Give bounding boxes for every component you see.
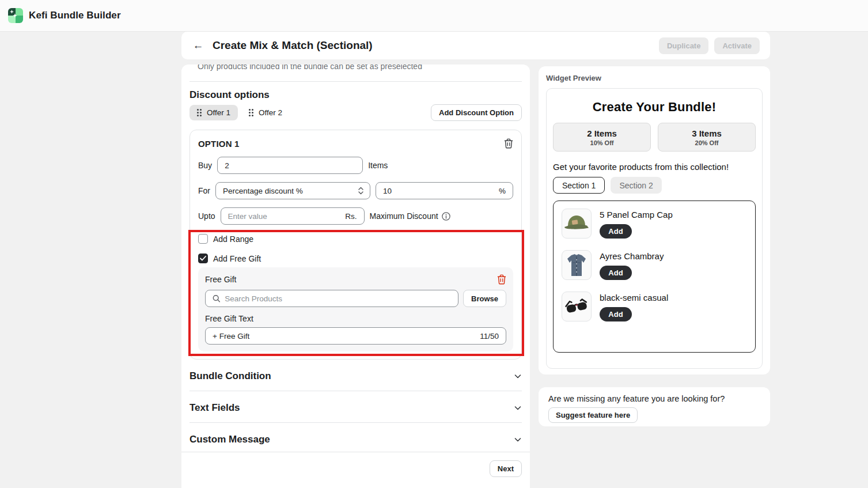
chevron-down-icon (514, 436, 522, 444)
suggest-feature-button[interactable]: Suggest feature here (548, 407, 638, 423)
tier-button-2-items[interactable]: 2 Items 10% Off (553, 123, 651, 152)
upto-value-field[interactable]: Rs. (221, 207, 365, 225)
page-header: ← Create Mix & Match (Sectional) Duplica… (181, 32, 770, 59)
top-bar: Kefi Bundle Builder (0, 0, 868, 32)
buy-label: Buy (198, 161, 212, 170)
product-row: Ayres Chambray Add (562, 250, 747, 280)
add-free-gift-label: Add Free Gift (213, 254, 261, 263)
product-image-sunglasses (562, 292, 592, 321)
divider (189, 391, 522, 391)
feature-suggestion-box: Are we missing any feature you are looki… (539, 387, 770, 426)
duplicate-button[interactable]: Duplicate (659, 37, 709, 54)
add-range-label: Add Range (213, 234, 253, 244)
product-image-shirt (562, 250, 592, 280)
percent-suffix: % (499, 187, 506, 195)
divider (181, 452, 530, 452)
bundle-condition-accordion[interactable]: Bundle Condition (189, 369, 522, 384)
add-product-button[interactable]: Add (600, 307, 632, 321)
browse-button[interactable]: Browse (463, 290, 506, 307)
product-name: 5 Panel Camp Cap (600, 210, 673, 220)
free-gift-search-field[interactable] (205, 290, 458, 307)
offer-tab-label: Offer 2 (259, 108, 282, 117)
option-title: OPTION 1 (198, 139, 240, 149)
next-button[interactable]: Next (490, 460, 522, 477)
option-1-card: OPTION 1 Buy Items For Percentage discou… (189, 130, 522, 360)
discount-value-input[interactable] (383, 187, 499, 195)
drag-handle-icon[interactable] (249, 109, 253, 116)
chevron-down-icon (514, 404, 522, 412)
free-gift-search-input[interactable] (225, 294, 451, 303)
char-counter: 11/50 (480, 332, 499, 341)
offer-tab-1[interactable]: Offer 1 (189, 105, 238, 120)
offer-tab-label: Offer 1 (207, 108, 230, 117)
free-gift-text-input[interactable] (213, 332, 480, 341)
product-name: Ayres Chambray (600, 251, 664, 261)
add-free-gift-checkbox-row[interactable]: Add Free Gift (198, 254, 513, 263)
checkmark-icon (200, 256, 206, 261)
add-discount-option-button[interactable]: Add Discount Option (431, 104, 522, 121)
page-title: Create Mix & Match (Sectional) (213, 39, 651, 52)
discount-options-heading: Discount options (189, 89, 522, 101)
buy-quantity-field[interactable] (217, 157, 363, 174)
tier-button-3-items[interactable]: 3 Items 20% Off (658, 123, 756, 152)
back-arrow-icon[interactable]: ← (192, 39, 204, 52)
discount-type-value: Percentage discount % (223, 187, 358, 195)
preselected-note: Only products included in the bundle can… (189, 65, 522, 71)
for-label: For (198, 186, 210, 195)
add-free-gift-checkbox[interactable] (198, 254, 208, 263)
chevron-down-icon (514, 372, 522, 380)
feature-question: Are we missing any feature you are looki… (548, 394, 760, 403)
free-gift-text-label: Free Gift Text (205, 314, 506, 323)
product-row: black-semi casual Add (562, 292, 747, 321)
delete-option-icon[interactable] (504, 138, 513, 149)
widget-preview-card: Create Your Bundle! 2 Items 10% Off 3 It… (546, 88, 763, 369)
section-1-tab[interactable]: Section 1 (553, 177, 605, 194)
upto-label: Upto (198, 211, 215, 221)
widget-preview-label: Widget Preview (546, 74, 763, 82)
maximum-discount-label: Maximum Discount (370, 211, 438, 221)
currency-suffix: Rs. (345, 212, 357, 221)
offer-tabs-row: Offer 1 Offer 2 Add Discount Option (189, 104, 522, 121)
product-row: 5 Panel Camp Cap Add (562, 209, 747, 239)
discount-value-field[interactable]: % (376, 182, 513, 199)
bundle-title: Create Your Bundle! (553, 100, 756, 115)
product-name: black-semi casual (600, 293, 668, 302)
product-image-cap (562, 209, 592, 239)
products-list-card: 5 Panel Camp Cap Add Ayres Chambray (553, 201, 756, 353)
add-range-checkbox[interactable] (198, 234, 208, 244)
items-label: Items (368, 161, 388, 170)
free-gift-label: Free Gift (205, 275, 236, 284)
custom-message-accordion[interactable]: Custom Message (189, 432, 522, 447)
add-product-button[interactable]: Add (600, 266, 632, 280)
upto-value-input[interactable] (228, 212, 341, 221)
info-icon[interactable] (442, 212, 450, 221)
text-fields-accordion[interactable]: Text Fields (189, 400, 522, 415)
discount-type-select[interactable]: Percentage discount % (215, 182, 370, 199)
divider (189, 422, 522, 423)
app-logo-icon (8, 8, 23, 23)
section-2-tab[interactable]: Section 2 (611, 177, 661, 194)
add-range-checkbox-row[interactable]: Add Range (198, 234, 513, 244)
divider (189, 81, 522, 82)
app-title: Kefi Bundle Builder (29, 10, 121, 21)
bundle-form-card: Only products included in the bundle can… (181, 65, 530, 488)
add-product-button[interactable]: Add (600, 224, 632, 239)
drag-handle-icon[interactable] (197, 109, 202, 116)
widget-preview-panel: Widget Preview Create Your Bundle! 2 Ite… (539, 66, 770, 374)
search-icon (213, 294, 220, 302)
free-gift-panel: Free Gift Browse Free Gift Text (198, 267, 513, 351)
select-chevrons-icon (358, 186, 364, 195)
buy-quantity-input[interactable] (225, 161, 355, 170)
remove-free-gift-icon[interactable] (497, 274, 506, 285)
activate-button[interactable]: Activate (714, 37, 760, 54)
offer-tab-2[interactable]: Offer 2 (241, 105, 290, 120)
collection-subtitle: Get your favorite products from this col… (553, 162, 756, 172)
free-gift-text-field[interactable]: 11/50 (205, 327, 506, 345)
